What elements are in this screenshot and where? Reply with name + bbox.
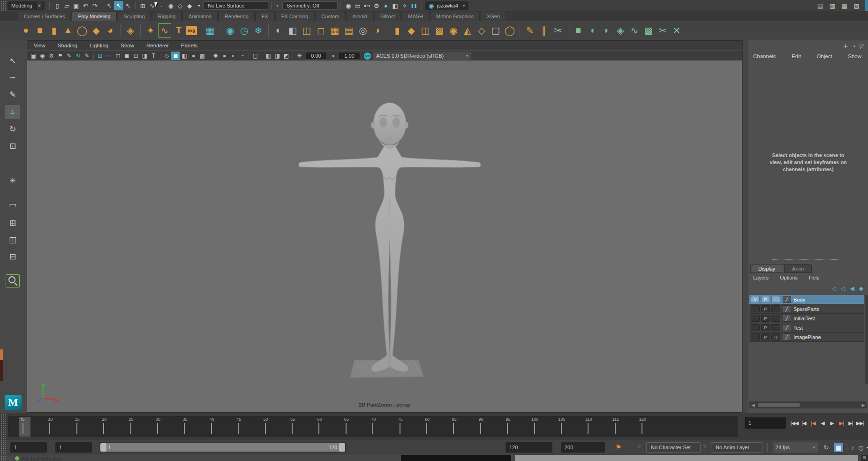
sidebar-edge-icon[interactable] [865,0,868,11]
viewport-canvas[interactable]: 2D Pan/Zoom : persp [27,60,742,412]
xray-active-icon[interactable]: ◩ [282,52,291,60]
field-chart-icon[interactable]: ⊡ [131,52,140,60]
script-editor-icon[interactable]: ▤ [861,455,868,461]
step-back-frame-button[interactable]: |◀ [799,417,808,429]
playback-end-field[interactable]: 120 [506,442,552,453]
layer-row[interactable]: P ╱ SpareParts [749,304,864,314]
shelf-tab[interactable]: Bifrost [374,12,401,21]
layer-editor-menu-item[interactable]: Layers [753,275,769,280]
channel-box-menu-item[interactable]: Edit [792,53,801,59]
layer-color-swatch[interactable]: ╱ [783,333,791,340]
layer-playback-toggle[interactable]: P [761,333,770,340]
shelf-tab[interactable]: Arnold [346,12,373,21]
layer-display-type-toggle[interactable] [771,296,780,303]
booleans-icon[interactable]: ◐ [272,23,286,38]
layer-visibility-toggle[interactable] [751,333,760,340]
poly-cylinder-icon[interactable]: ▮ [47,23,61,38]
scale-tool[interactable]: ⊡ [5,139,20,153]
grease-pencil-icon[interactable]: ✎ [65,52,74,60]
layer-move-down-icon[interactable]: ◁ [841,285,845,292]
shelf-tab[interactable]: Rigging [152,12,181,21]
symmetry-field[interactable]: Symmetry: Off [282,1,338,10]
color-space-dropdown[interactable]: ACES 1.0 SDR-video (sRGB) ▾ [373,52,471,60]
xray-joints-icon[interactable]: ◨ [273,52,282,60]
playblast-options-icon[interactable]: ▦ [834,443,843,452]
shelf-tab[interactable]: MASH [402,12,429,21]
anim-layer-dropdown[interactable]: No Anim Layer [711,442,762,453]
svg-tool-icon[interactable]: svg [186,26,197,35]
layer-editor-tab[interactable]: Display [750,264,783,273]
insert-edge-loop-icon[interactable]: ✎ [523,23,537,38]
user-account-dropdown[interactable]: ◉ jszawko4 ▾ [425,1,469,10]
anim-layer-menu-icon[interactable]: ▽ [703,445,706,449]
layer-editor-menu-item[interactable]: Options [780,275,798,280]
ipr-render-icon[interactable]: IPR [362,1,372,10]
snap-options-caret-icon[interactable]: ▾ [194,1,204,10]
layer-editor-tab[interactable]: Anim [784,264,812,273]
panel-menu-item[interactable]: Shading [58,43,77,48]
range-start-handle[interactable] [100,443,106,452]
channel-box-menu-item[interactable]: Object [816,53,832,59]
layer-row[interactable]: P ╱ InitialTest [749,314,864,323]
layer-visibility-toggle[interactable] [751,315,760,322]
contrast-icon[interactable]: ◑ [328,52,337,60]
layer-visibility-toggle[interactable]: V [751,296,760,303]
new-empty-layer-icon[interactable]: ◀ [850,285,854,292]
auto-key-icon[interactable]: ✦ [864,443,868,452]
bookmark-icon[interactable]: ⚑ [56,52,65,60]
snap-to-projected-center-icon[interactable]: ◉ [166,1,175,10]
unfold-uv-icon[interactable]: ∿ [627,23,642,38]
layer-editor-menu-item[interactable]: Help [809,275,820,280]
shelf-tab[interactable]: Curves / Surfaces [18,12,71,21]
select-component-icon[interactable]: ↖ [123,1,133,10]
move-tool[interactable]: ↔↕ [5,105,20,119]
panel-menu-item[interactable]: View [34,43,45,48]
lock-camera-icon[interactable]: ◉ [38,52,47,60]
lattice-icon[interactable]: ▢ [489,23,503,38]
redo-icon[interactable]: ↷ [90,1,99,10]
bridge-icon[interactable]: ◫ [418,23,432,38]
character-model[interactable] [277,98,504,389]
panel-menu-item[interactable]: Show [121,43,134,48]
range-end-handle[interactable] [339,443,345,452]
stitch-uv-icon[interactable]: ✕ [670,23,684,38]
poly-disc-icon[interactable]: ◕ [103,23,117,38]
quad-draw-icon[interactable]: ◧ [286,23,300,38]
poly-sphere-icon[interactable]: ● [19,23,33,38]
render-settings-icon[interactable]: ⚙ [372,1,381,10]
film-gate-icon[interactable]: ▭ [105,52,113,60]
live-surface-field[interactable]: No Live Surface [204,1,268,10]
color-management-toggle[interactable]: ON [364,53,371,60]
animation-end-field[interactable]: 200 [561,442,605,453]
motion-blur-icon[interactable]: ◔ [238,52,247,60]
poly-plane-icon[interactable]: ◆ [89,23,103,38]
channel-box-menu-item[interactable]: Channels [753,53,776,59]
speed-gauge-icon[interactable]: ◔ [853,43,856,50]
materials-mode-icon[interactable]: ● [189,52,198,60]
mirror-icon[interactable]: ◎ [356,23,370,38]
smooth-icon[interactable]: ▦ [328,23,342,38]
image-plane-icon[interactable]: ◨ [140,52,149,60]
show-manipulators-icon[interactable]: ✛ [843,43,848,50]
gamma-field[interactable]: 1.00 [339,53,360,59]
poly-type-icon[interactable]: T [172,23,186,38]
single-pane-layout-button[interactable]: ▭ [5,198,20,212]
planar-uv-icon[interactable]: ■ [571,23,585,38]
play-forwards-button[interactable]: ▶ [827,417,837,429]
panel-menu-item[interactable]: Panels [181,43,197,48]
bookmark-icon[interactable]: ⚑ [615,443,621,452]
persp-graph-layout-button[interactable]: ⊟ [5,249,20,264]
undo-icon[interactable]: ↶ [81,1,90,10]
hud-text-icon[interactable]: T [149,52,158,60]
multi-cut-icon[interactable]: ✂ [551,23,565,38]
select-object-icon[interactable]: ↖ [114,1,123,10]
texture-view-icon[interactable]: ◧ [391,1,400,10]
shelf-tab[interactable]: FX [256,12,274,21]
layer-move-up-icon[interactable]: ◁ [832,285,836,292]
paint-selection-tool[interactable]: ✎ [5,87,20,101]
layer-row[interactable]: V P ╱ Body [749,295,864,304]
separate-icon[interactable]: ◻ [314,23,328,38]
go-to-end-button[interactable]: ▶▶| [855,417,865,429]
shelf-tab[interactable]: Poly Modeling [72,12,116,21]
wireframe-on-shaded-icon[interactable]: ▩ [198,52,207,60]
